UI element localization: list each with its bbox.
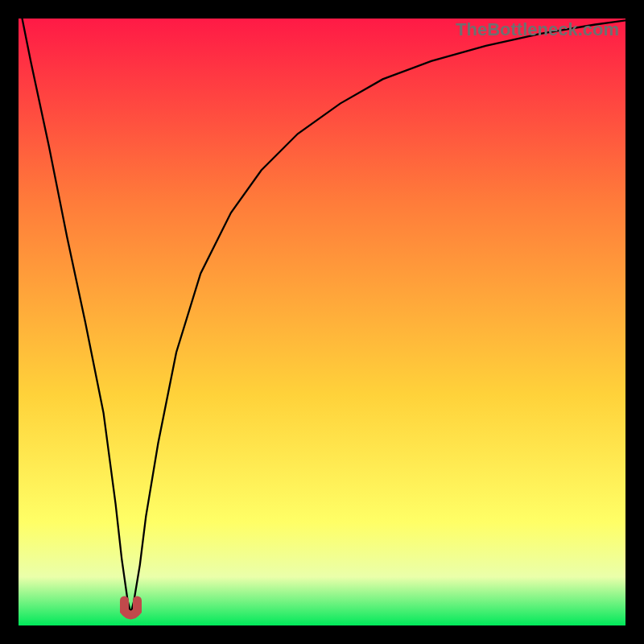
gradient-background xyxy=(19,19,625,625)
chart-svg xyxy=(19,19,625,625)
watermark-label: TheBottleneck.com xyxy=(456,19,619,40)
plot-area: TheBottleneck.com xyxy=(19,19,625,625)
chart-frame: TheBottleneck.com xyxy=(0,0,644,644)
